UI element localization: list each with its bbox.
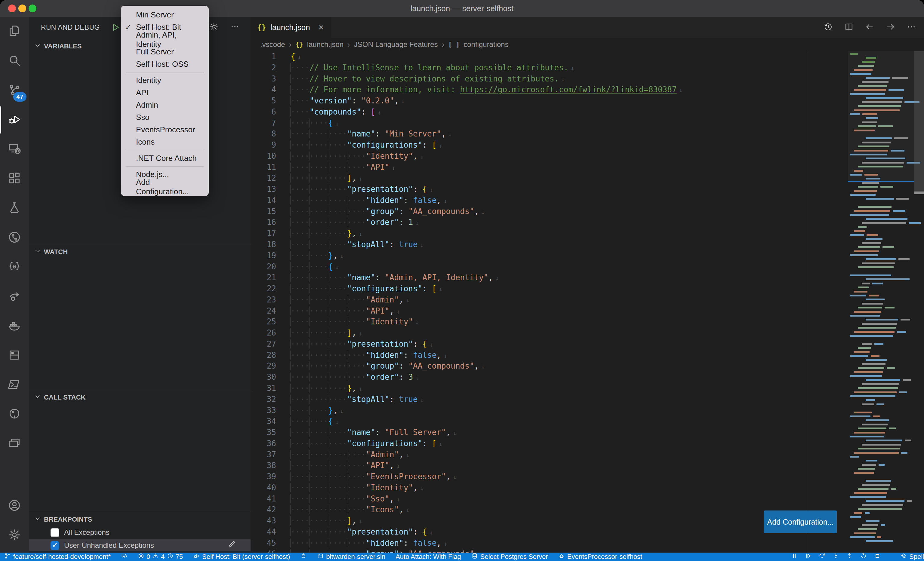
activity-item-database-project[interactable] xyxy=(0,341,29,370)
code-line-32[interactable]: 32············"stopAll": true↓ xyxy=(250,394,848,405)
breadcrumb-item[interactable]: .vscode xyxy=(260,40,285,49)
code-line-44[interactable]: 44············"presentation": {↓ xyxy=(250,527,848,537)
code-line-39[interactable]: 39················"EventsProcessor",↓ xyxy=(250,471,848,482)
activity-item-run-and-debug[interactable] xyxy=(0,105,29,135)
status-publish-changes[interactable] xyxy=(121,553,128,561)
activity-item-postgresql[interactable] xyxy=(0,400,29,429)
step-out-icon[interactable] xyxy=(846,553,854,561)
tab-launch-json[interactable]: {} launch.json × xyxy=(250,17,331,38)
code-line-2[interactable]: 2····// Use IntelliSense to learn about … xyxy=(250,62,848,73)
editor-scrollbar[interactable] xyxy=(914,51,924,191)
code-line-5[interactable]: 5····"version": "0.2.0",↓ xyxy=(250,95,848,106)
restart-icon[interactable] xyxy=(860,553,867,561)
minimap[interactable] xyxy=(848,51,914,553)
code-line-8[interactable]: 8············"name": "Min Server",↓ xyxy=(250,129,848,139)
menu-item-eventsprocessor[interactable]: EventsProcessor xyxy=(121,124,209,136)
activity-item-gitlens[interactable] xyxy=(0,223,29,253)
code-line-38[interactable]: 38················"API",↓ xyxy=(250,460,848,471)
status-debug-session[interactable]: EventsProcessor-selfhost xyxy=(558,553,642,561)
code-line-36[interactable]: 36············"configurations": [↓ xyxy=(250,438,848,449)
code-line-20[interactable]: 20········{↓ xyxy=(250,261,848,272)
add-configuration-button[interactable]: Add Configuration... xyxy=(764,510,837,533)
status-postgres-server[interactable]: Select Postgres Server xyxy=(471,553,548,561)
code-line-6[interactable]: 6····"compounds": [↓ xyxy=(250,106,848,118)
breadcrumb-item[interactable]: JSON Language Features xyxy=(354,40,438,49)
activity-item-explorer[interactable] xyxy=(0,17,29,46)
section-header-breakpoints[interactable]: BREAKPOINTS xyxy=(29,513,250,526)
code-line-15[interactable]: 15················"group": "AA_compounds… xyxy=(250,206,848,217)
code-line-34[interactable]: 34········{↓ xyxy=(250,416,848,427)
status-problems[interactable]: 0475 xyxy=(138,553,183,561)
code-line-7[interactable]: 7········{↓ xyxy=(250,118,848,129)
menu-item-api[interactable]: API xyxy=(121,87,209,99)
menu-item-min-server[interactable]: Min Server xyxy=(121,9,209,21)
menu-item-admin-api-identity[interactable]: Admin, API, Identity xyxy=(121,33,209,46)
code-line-43[interactable]: 43············],↓ xyxy=(250,515,848,527)
code-line-17[interactable]: 17············},↓ xyxy=(250,228,848,239)
code-line-23[interactable]: 23················"Admin",↓ xyxy=(250,294,848,305)
code-line-29[interactable]: 29················"group": "AA_compounds… xyxy=(250,361,848,372)
activity-item-extensions[interactable] xyxy=(0,164,29,194)
status-debug-configuration[interactable]: Self Host: Bit (server-selfhost) xyxy=(193,553,290,561)
breadcrumb-item[interactable]: launch.json xyxy=(307,40,344,49)
code-line-25[interactable]: 25················"Identity"↓ xyxy=(250,316,848,328)
code-line-12[interactable]: 12············],↓ xyxy=(250,172,848,184)
breakpoint-checkbox[interactable]: ✓ xyxy=(51,541,59,550)
activity-item-window-layouts[interactable] xyxy=(0,429,29,459)
code-line-33[interactable]: 33········},↓ xyxy=(250,405,848,416)
code-line-24[interactable]: 24················"API",↓ xyxy=(250,305,848,317)
code-line-11[interactable]: 11················"API"↓ xyxy=(250,162,848,173)
code-line-42[interactable]: 42················"Icons",↓ xyxy=(250,504,848,515)
activity-item-remote-explorer[interactable] xyxy=(0,135,29,164)
code-line-22[interactable]: 22············"configurations": [↓ xyxy=(250,283,848,294)
start-debugging-icon[interactable] xyxy=(111,22,121,34)
code-line-27[interactable]: 27············"presentation": {↓ xyxy=(250,338,848,350)
edit-pencil-icon[interactable] xyxy=(227,540,236,551)
code-line-4[interactable]: 4····// For more information, visit: htt… xyxy=(250,84,848,95)
code-line-13[interactable]: 13············"presentation": {↓ xyxy=(250,184,848,195)
activity-item-testing[interactable] xyxy=(0,194,29,223)
section-header-call-stack[interactable]: CALL STACK xyxy=(29,391,250,404)
close-tab-icon[interactable]: × xyxy=(318,22,324,33)
code-line-18[interactable]: 18············"stopAll": true↓ xyxy=(250,239,848,250)
activity-item-powershell[interactable] xyxy=(0,370,29,400)
code-line-10[interactable]: 10················"Identity",↓ xyxy=(250,151,848,162)
breadcrumb-item[interactable]: configurations xyxy=(464,40,508,49)
code-line-40[interactable]: 40················"Identity",↓ xyxy=(250,482,848,493)
code-line-16[interactable]: 16················"order": 1↓ xyxy=(250,217,848,228)
debug-settings-gear-icon[interactable] xyxy=(209,22,219,33)
arrow-left-icon[interactable] xyxy=(865,22,874,33)
breadcrumb[interactable]: .vscode›{}launch.json›JSON Language Feat… xyxy=(250,38,924,51)
menu-item-sso[interactable]: Sso xyxy=(121,111,209,124)
menu-item-icons[interactable]: Icons xyxy=(121,136,209,148)
menu-item-self-host-oss[interactable]: Self Host: OSS xyxy=(121,58,209,70)
activity-item-thunder-client[interactable] xyxy=(0,253,29,282)
code-editor[interactable]: 1{↓2····// Use IntelliSense to learn abo… xyxy=(250,51,924,553)
code-line-31[interactable]: 31············},↓ xyxy=(250,383,848,394)
activity-item-live-share[interactable] xyxy=(0,282,29,311)
section-header-watch[interactable]: WATCH xyxy=(29,245,250,259)
code-line-45[interactable]: 45················"hidden": false,↓ xyxy=(250,537,848,549)
menu-item-identity[interactable]: Identity xyxy=(121,74,209,87)
sidebar-more-actions-icon[interactable] xyxy=(230,22,240,33)
status-spell-checker[interactable]: Spell xyxy=(900,553,924,561)
activity-item-settings[interactable] xyxy=(0,521,29,550)
menu-item-net-core-attach[interactable]: .NET Core Attach xyxy=(121,152,209,165)
code-line-46[interactable]: 46················"group": "AA_compounds… xyxy=(250,548,848,553)
code-line-21[interactable]: 21············"name": "Admin, API, Ident… xyxy=(250,272,848,283)
history-icon[interactable] xyxy=(823,22,833,33)
more-icon[interactable] xyxy=(906,22,916,33)
pause-icon[interactable] xyxy=(791,553,798,561)
step-over-icon[interactable] xyxy=(818,553,826,561)
stop-icon[interactable] xyxy=(874,553,881,561)
status-flame[interactable] xyxy=(300,553,307,561)
code-line-3[interactable]: 3····// Hover to view descriptions of ex… xyxy=(250,73,848,84)
status-branch[interactable]: feature/self-hosted-development* xyxy=(4,553,111,561)
code-line-41[interactable]: 41················"Sso",↓ xyxy=(250,493,848,504)
activity-item-accounts[interactable] xyxy=(0,491,29,521)
step-into-icon[interactable] xyxy=(832,553,840,561)
code-line-26[interactable]: 26············],↓ xyxy=(250,328,848,338)
breakpoint-checkbox[interactable] xyxy=(51,528,59,537)
breakpoint-row[interactable]: ✓User-Unhandled Exceptions xyxy=(29,539,250,551)
activity-item-docker[interactable] xyxy=(0,311,29,341)
